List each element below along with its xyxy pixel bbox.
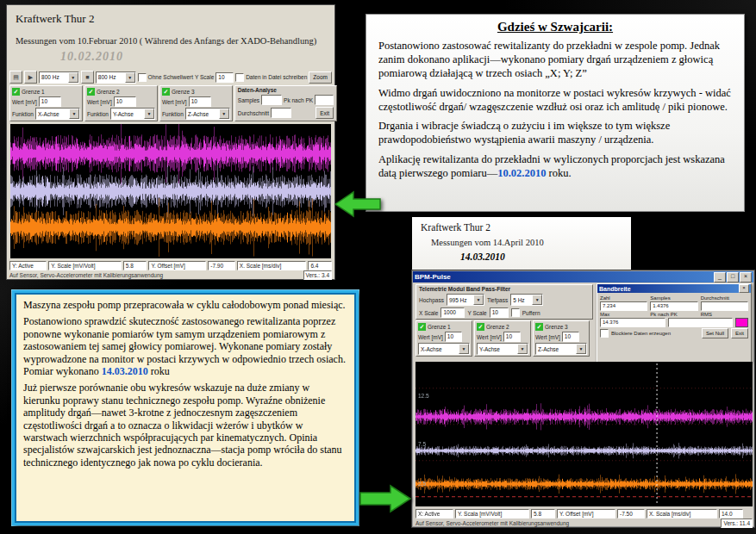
paragraph-2: Widmo drgań uwidoczniono na monitorze w … bbox=[378, 87, 732, 115]
waveform-area-after: 12.5 7.5 2.5 bbox=[415, 362, 753, 506]
shot1-toolbar: ▤ ▶ 800 Hz ▼ ■ 800 Hz ▼ Ohne Schwellwert… bbox=[9, 71, 332, 121]
block-data-checkbox[interactable] bbox=[600, 329, 609, 338]
scale-label: 2.5 bbox=[418, 481, 426, 487]
max-field: 14.376 bbox=[600, 318, 665, 327]
minimize-button[interactable]: _ bbox=[714, 272, 726, 283]
chevron-down-icon: ▼ bbox=[125, 72, 135, 83]
chevron-down-icon: ▼ bbox=[68, 72, 78, 83]
grenze2-checkbox[interactable]: ✓ bbox=[87, 88, 95, 96]
dialog-close-button[interactable]: × bbox=[739, 284, 749, 293]
vibration-waveform-after bbox=[415, 362, 753, 506]
shot2-channel-groups: ✓Grenze 1 Wert [mV]10 X-Achse▼ ✓Grenze 2… bbox=[415, 320, 593, 357]
chevron-down-icon: ▼ bbox=[219, 109, 229, 119]
wert-input-z[interactable]: 10 bbox=[562, 332, 579, 342]
exit-button[interactable]: Exit bbox=[731, 328, 748, 338]
frequency-select-1[interactable]: 800 Hz ▼ bbox=[39, 71, 79, 84]
maximize-button[interactable]: □ bbox=[727, 272, 739, 283]
switzerland-text-panel: Gdzieś w Szwajcarii: Postanowiono zastos… bbox=[366, 14, 745, 212]
toolbar-run-button[interactable]: ▶ bbox=[24, 71, 37, 84]
trace-color-swatch[interactable] bbox=[735, 318, 748, 327]
pk-pk-field bbox=[315, 95, 334, 105]
frequency-select-2[interactable]: 800 Hz ▼ bbox=[96, 71, 136, 84]
shot2-sensor-line: Auf Sensor, Servo-Accelerometer mit Kali… bbox=[415, 518, 753, 528]
toolbar-stop-button[interactable]: ■ bbox=[81, 71, 94, 84]
chevron-down-icon: ▼ bbox=[459, 344, 469, 354]
scale-label: 12.5 bbox=[418, 393, 429, 399]
window-titlebar: BPM-Pulse _ □ × bbox=[413, 271, 753, 283]
channel-group-z: ✓Grenze 3 Wert [mV]10 Z-Achse▼ bbox=[533, 320, 590, 357]
shot1-date-watermark: 10.02.2010 bbox=[60, 50, 123, 64]
average-field bbox=[701, 301, 748, 311]
set-null-button[interactable]: Set Null bbox=[702, 328, 728, 338]
channel-group-y: ✓Grenze 2 Wert [mV]10 Funktion Y-Achse▼ bbox=[84, 85, 158, 121]
shot2-date: 14.03.2010 bbox=[460, 251, 505, 262]
shot2-controls: Telemetrie Modul Band Pass-Filter Hochpa… bbox=[413, 283, 753, 362]
ohne-schwellwert-label: Ohne Schwellwert bbox=[148, 74, 193, 80]
bandpass-filter-group: Telemetrie Modul Band Pass-Filter Hochpa… bbox=[415, 284, 593, 320]
exit-button[interactable]: Exit bbox=[316, 107, 334, 119]
first-measurement-date: 10.02.2010 bbox=[497, 167, 546, 179]
second-measurement-date: 14.03.2010 bbox=[102, 365, 148, 377]
chevron-down-icon: ▼ bbox=[473, 295, 484, 305]
chevron-down-icon: ▼ bbox=[576, 344, 586, 354]
grenze3-checkbox[interactable]: ✓ bbox=[535, 323, 543, 331]
paragraph-4: Aplikację rewitalizanta do przekładni w … bbox=[378, 153, 732, 181]
shot2-statusbar: X: Active Y. Scala [mV/Volt] 5.8 Y. Offs… bbox=[415, 509, 753, 518]
wert-input-x[interactable]: 10 bbox=[445, 332, 462, 342]
shot1-statusbar: Y: Active Y. Scale [mV/Volt] 5.8 Y. Offs… bbox=[9, 261, 332, 270]
y-scale-input-2[interactable]: 10 bbox=[490, 307, 509, 318]
y-scale-input[interactable]: 10 bbox=[216, 72, 234, 83]
shot1-measurement-subtitle: Messungen vom 10.Februar 2010 ( Während … bbox=[16, 36, 316, 46]
lowpass-select[interactable]: 5 Hz▼ bbox=[510, 294, 543, 306]
funktion-select-y[interactable]: Y-Achse▼ bbox=[477, 343, 528, 355]
samples-field: 1.4376 bbox=[650, 301, 697, 311]
close-button[interactable]: × bbox=[740, 272, 752, 283]
paragraph-3: Już pierwsze porównanie obu wykresów wsk… bbox=[23, 382, 347, 469]
window-title: BPM-Pulse bbox=[415, 273, 451, 281]
average-field bbox=[271, 108, 291, 118]
channel-group-x: ✓Grenze 1 Wert [mV]10 X-Achse▼ bbox=[415, 320, 472, 357]
funktion-select-x[interactable]: X-Achse▼ bbox=[418, 343, 470, 355]
highpass-select[interactable]: 995 Hz▼ bbox=[447, 294, 484, 306]
funktion-select-z[interactable]: Z-Achse▼ bbox=[185, 108, 230, 120]
wert-input-x[interactable]: 10 bbox=[39, 96, 61, 107]
arrow-right-icon bbox=[359, 482, 411, 515]
paragraph-2: Postanowiono sprawdzić skuteczność zasto… bbox=[23, 315, 347, 377]
shot1-site-title: Kraftwerk Thur 2 bbox=[16, 12, 94, 26]
chevron-down-icon: ▼ bbox=[144, 109, 154, 119]
pk-pk-field bbox=[668, 318, 734, 327]
channel-group-x: ✓Grenze 1 Wert [mV]10 Funktion X-Achse▼ bbox=[9, 85, 83, 121]
paragraph-1: Maszyna zespołu pomp przepracowała w cyk… bbox=[23, 299, 347, 311]
dialog-titlebar: Bandbreite × bbox=[597, 284, 751, 293]
toolbar-grid-button[interactable]: ▤ bbox=[9, 71, 22, 84]
grenze1-checkbox[interactable]: ✓ bbox=[12, 88, 20, 96]
zoom-button[interactable]: Zoom bbox=[309, 71, 332, 84]
funktion-select-z[interactable]: Z-Achse▼ bbox=[535, 343, 587, 355]
panel-title: Gdzieś w Szwajcarii: bbox=[378, 20, 732, 34]
chevron-down-icon: ▼ bbox=[532, 295, 542, 305]
y-scale-label: Y Scale bbox=[195, 74, 214, 80]
shot2-header: Kraftwerk Thur 2 Messungen vom 14.April … bbox=[412, 217, 631, 270]
wert-input-z[interactable]: 10 bbox=[189, 96, 211, 107]
data-analysis-group: Daten-Analyse Samples Pk nach PK Durchsc… bbox=[234, 85, 337, 121]
wert-input-y[interactable]: 10 bbox=[114, 96, 136, 107]
shot2-site-title: Kraftwerk Thur 2 bbox=[421, 222, 490, 233]
wert-input-y[interactable]: 10 bbox=[503, 332, 521, 342]
puffern-checkbox[interactable] bbox=[511, 308, 520, 317]
funktion-select-x[interactable]: X-Achse▼ bbox=[35, 108, 80, 120]
chevron-down-icon: ▼ bbox=[69, 109, 79, 119]
zahl-field: 7.234 bbox=[600, 301, 647, 311]
grenze2-checkbox[interactable]: ✓ bbox=[477, 323, 484, 331]
arrow-left-icon bbox=[334, 189, 381, 219]
version-badge: Vers.: 3.4 bbox=[303, 270, 332, 280]
x-scale-input[interactable]: 1000 bbox=[440, 307, 465, 318]
channel-group-y: ✓Grenze 2 Wert [mV]10 Y-Achse▼ bbox=[474, 320, 531, 357]
funktion-select-y[interactable]: Y-Achse▼ bbox=[110, 108, 155, 120]
scale-label: 7.5 bbox=[418, 441, 426, 447]
ohne-schwellwert-checkbox[interactable] bbox=[138, 73, 147, 82]
grenze1-checkbox[interactable]: ✓ bbox=[418, 323, 426, 331]
paragraph-1: Postanowiono zastosować rewitalizanty do… bbox=[378, 40, 732, 81]
grenze3-checkbox[interactable]: ✓ bbox=[162, 88, 170, 96]
samples-field bbox=[261, 95, 282, 105]
write-to-file-checkbox[interactable] bbox=[235, 73, 244, 82]
